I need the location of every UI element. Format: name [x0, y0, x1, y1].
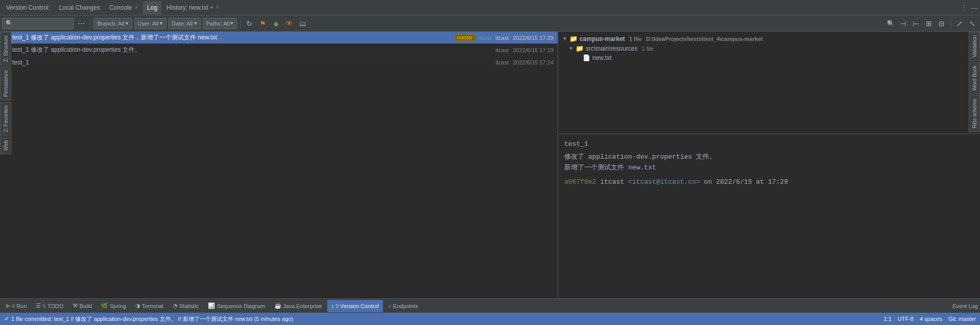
folder-icon-root: 📁 — [569, 35, 578, 42]
commit-email: <itcast@itcast.cn> — [628, 178, 700, 186]
tab-todo[interactable]: ☰ 6 TODO — [32, 300, 68, 312]
sidebar-web[interactable]: Web — [0, 137, 11, 154]
sidebar-ribs-scheme[interactable]: Ribs scheme — [969, 95, 980, 132]
tab-version-control-bottom[interactable]: ↕ 9 Version Control — [327, 300, 383, 312]
toolbar-right-icons: 🔍 ⊣ ⊢ ⊞ ⊟ ⤢ ⤡ — [885, 18, 978, 29]
file-icon-newtxt: 📄 — [583, 54, 590, 61]
favorites-label: 2: Favorites — [3, 105, 9, 132]
cherry-pick-icon[interactable]: ◆ — [270, 18, 282, 29]
tab-log[interactable]: Log — [143, 1, 161, 14]
commit-detail-line1: 修改了 application-dev.properties 文件。 — [564, 152, 974, 163]
status-encoding[interactable]: UTF-8 — [898, 316, 913, 322]
tab-local-changes[interactable]: Local Changes — [55, 1, 104, 14]
tab-history[interactable]: History: new.txt ▾ × — [162, 1, 223, 14]
commit-hash: a067f8e2 — [564, 178, 596, 186]
tab-terminal[interactable]: ◑ Terminal — [131, 300, 167, 312]
folder-icon-src: 📁 — [576, 45, 584, 52]
expand-left-icon[interactable]: ⊣ — [898, 18, 909, 29]
tree-folder-src[interactable]: ▼ 📁 src\main\resources 1 file — [566, 44, 978, 53]
tab-sequence-diagram[interactable]: 📊 Sequence Diagram — [204, 300, 269, 312]
tab-run[interactable]: ▶ 4 Run — [2, 300, 31, 312]
commit-author: itcast — [496, 59, 509, 66]
commit-row[interactable]: test_1 修改了 application-dev.properties 文件… — [0, 32, 558, 44]
search-right-icon[interactable]: 🔍 — [885, 18, 896, 29]
side-tab-left: Z: Structure Persistence 2: Favorites We… — [0, 32, 11, 154]
run-number: 4 — [12, 303, 15, 309]
tree-file-newtxt[interactable]: 📄 new.txt — [572, 53, 978, 62]
commit-detail-author-text: itcast — [600, 178, 624, 186]
top-tab-bar: Version Control: Local Changes Console ×… — [0, 0, 980, 15]
web-label: Web — [3, 140, 9, 150]
commit-author: itcast — [496, 47, 509, 53]
date-dropdown[interactable]: Date: All ▾ — [168, 18, 201, 29]
maximize-icon[interactable]: ⤢ — [954, 18, 965, 29]
status-position[interactable]: 1:1 — [884, 316, 891, 322]
status-line: ✓ 1 file committed: test_1 // 修改了 applic… — [0, 313, 980, 325]
branch-dropdown[interactable]: Branch: All ▾ — [94, 18, 132, 29]
tree-src-count: 1 file — [642, 46, 653, 52]
toolbar-sep-2 — [240, 19, 241, 28]
folder-icon[interactable]: 🗂 — [297, 18, 308, 29]
terminal-label: Terminal — [142, 303, 163, 309]
sidebar-word-book[interactable]: Word Book — [969, 62, 980, 94]
tree-root-count: 1 file — [629, 36, 642, 42]
search-input[interactable] — [15, 20, 71, 27]
status-message: 1 file committed: test_1 // 修改了 applicat… — [11, 315, 293, 323]
tree-src-name: src\main\resources — [586, 45, 637, 52]
minimize-panel-icon[interactable]: ⤡ — [967, 18, 978, 29]
commit-message: test_1 — [12, 59, 496, 66]
todo-label: TODO — [47, 303, 63, 309]
tab-statistic[interactable]: ◔ Statistic — [168, 300, 203, 312]
highlight-icon[interactable]: ⚑ — [257, 18, 268, 29]
structure-label: Z: Structure — [3, 35, 9, 62]
endpoints-icon: ○ — [388, 303, 392, 309]
topbar-minimize-icon[interactable]: — — [971, 4, 978, 12]
refresh-icon[interactable]: ↻ — [244, 18, 255, 29]
commit-row[interactable]: test_1 itcast 2022/6/15 17:14 — [0, 56, 558, 69]
bottom-status-right: Event Log — [952, 303, 978, 309]
spring-label: Spring — [110, 303, 126, 309]
tab-spring[interactable]: 🌿 Spring — [97, 300, 130, 312]
layout-icon[interactable]: ⊟ — [936, 18, 947, 29]
tab-console[interactable]: Console × — [105, 1, 142, 14]
status-line-right: 1:1 UTF-8 4 spaces Git: master — [884, 316, 976, 322]
status-git[interactable]: Git: master — [948, 316, 976, 322]
eye-icon[interactable]: 👁 — [284, 18, 295, 29]
sidebar-structure[interactable]: Z: Structure — [0, 32, 11, 66]
commit-date: 2022/6/15 17:14 — [513, 59, 553, 66]
more-options-icon[interactable]: ⋯ — [76, 18, 87, 29]
commit-list: test_1 修改了 application-dev.properties 文件… — [0, 32, 558, 298]
todo-number: 6 — [42, 303, 46, 309]
tree-root[interactable]: ▼ 📁 campus-market 1 file D:\IdeaProjects… — [560, 34, 978, 44]
branch-dropdown-arrow: ▾ — [125, 20, 129, 27]
statistic-icon: ◔ — [173, 302, 178, 309]
topbar-more-icon[interactable]: ⋮ — [961, 4, 968, 12]
commit-row[interactable]: test_1 修改了 application-dev.properties 文件… — [0, 44, 558, 56]
toolbar-sep-1 — [90, 19, 91, 28]
tree-arrow-root: ▼ — [562, 36, 567, 41]
tab-build[interactable]: ⚒ Build — [69, 300, 96, 312]
tree-arrow-src: ▼ — [568, 46, 573, 51]
tab-history-close[interactable]: × — [216, 5, 219, 10]
sidebar-favorites[interactable]: 2: Favorites — [0, 102, 11, 136]
validation-label: Validation — [972, 35, 977, 57]
grid-icon[interactable]: ⊞ — [923, 18, 934, 29]
commit-detail-title: test_1 — [564, 139, 974, 150]
user-dropdown[interactable]: User: All ▾ — [134, 18, 166, 29]
event-log-link[interactable]: Event Log — [952, 303, 978, 309]
expand-right-icon[interactable]: ⊢ — [910, 18, 922, 29]
java-enterprise-label: Java Enterprise — [283, 303, 322, 309]
sidebar-validation[interactable]: Validation — [969, 32, 980, 61]
search-box[interactable]: 🔍 — [2, 18, 74, 29]
endpoints-label: Endpoints — [393, 303, 418, 309]
tab-console-close[interactable]: × — [135, 5, 138, 10]
commit-author: itcast — [496, 35, 509, 41]
tab-java-enterprise[interactable]: ☕ Java Enterprise — [270, 300, 326, 312]
toolbar: 🔍 ⋯ Branch: All ▾ User: All ▾ Date: All … — [0, 15, 980, 32]
history-dropdown-arrow[interactable]: ▾ — [210, 5, 213, 10]
tab-endpoints[interactable]: ○ Endpoints — [384, 300, 422, 312]
status-indent[interactable]: 4 spaces — [920, 316, 942, 322]
sidebar-persistence[interactable]: Persistence — [0, 67, 11, 100]
spring-icon: 🌿 — [101, 302, 108, 309]
paths-dropdown[interactable]: Paths: All ▾ — [203, 18, 238, 29]
